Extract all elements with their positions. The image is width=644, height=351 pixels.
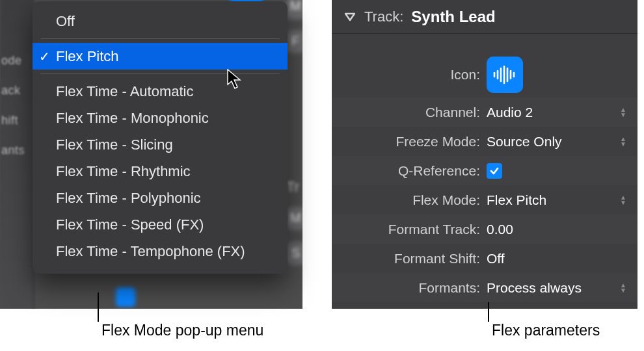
track-icon-button[interactable]	[487, 57, 523, 93]
q-reference-checkbox[interactable]	[487, 163, 502, 179]
param-label: Formants:	[332, 280, 487, 296]
param-label: Freeze Mode:	[332, 134, 487, 150]
menu-item-label: Flex Time - Slicing	[56, 136, 173, 153]
stepper-icon[interactable]: ▲▼	[618, 136, 628, 147]
callout-label-right: Flex parameters	[492, 322, 600, 339]
param-label: Formant Shift:	[332, 251, 487, 266]
menu-separator	[40, 73, 280, 74]
param-label: Q-Reference:	[332, 163, 487, 179]
menu-item-label: Flex Time - Tempophone (FX)	[56, 243, 245, 260]
param-value-freeze-mode[interactable]: Source Only ▲▼	[487, 134, 637, 150]
inspector-header-label: Track:	[364, 8, 403, 25]
menu-item-ft-rhythmic[interactable]: Flex Time - Rhythmic	[33, 158, 288, 185]
bg-text: S	[291, 246, 300, 261]
menu-item-ft-tempophone[interactable]: Flex Time - Tempophone (FX)	[33, 238, 288, 265]
bg-text: ode	[0, 46, 34, 75]
bg-text: ants	[0, 135, 34, 165]
track-inspector: Track: Synth Lead Icon:	[332, 0, 637, 309]
menu-item-label: Flex Time - Rhythmic	[56, 163, 191, 180]
param-row-icon: Icon:	[332, 52, 637, 98]
param-label: Channel:	[332, 105, 487, 120]
param-value-formant-shift[interactable]: Off	[487, 251, 637, 266]
bg-text: Tr	[286, 179, 299, 196]
menu-item-ft-automatic[interactable]: Flex Time - Automatic	[33, 78, 288, 105]
param-row-formant-shift: Formant Shift: Off	[332, 244, 637, 273]
callout-line	[98, 292, 99, 322]
menu-item-off[interactable]: Off	[33, 8, 288, 34]
callout-label-left: Flex Mode pop-up menu	[101, 322, 263, 339]
param-row-formants: Formants: Process always ▲▼	[332, 273, 637, 302]
param-row-freeze-mode: Freeze Mode: Source Only ▲▼	[332, 127, 637, 156]
param-value-channel[interactable]: Audio 2 ▲▼	[487, 105, 637, 120]
param-value-flex-mode[interactable]: Flex Pitch ▲▼	[487, 192, 637, 208]
menu-item-label: Flex Time - Polyphonic	[56, 190, 201, 207]
menu-item-ft-polyphonic[interactable]: Flex Time - Polyphonic	[33, 185, 288, 211]
menu-item-ft-speed[interactable]: Flex Time - Speed (FX)	[33, 211, 288, 238]
inspector-header-value: Synth Lead	[411, 8, 495, 26]
param-row-formant-track: Formant Track: 0.00	[332, 214, 637, 244]
callout-line	[488, 302, 489, 322]
param-value-formants[interactable]: Process always ▲▼	[487, 280, 637, 296]
bg-text: F	[291, 34, 299, 49]
menu-item-label: Flex Time - Automatic	[56, 83, 194, 100]
stepper-icon[interactable]: ▲▼	[618, 195, 628, 205]
flex-mode-popup[interactable]: Off ✓ Flex Pitch Flex Time - Automatic F…	[33, 1, 288, 274]
bg-text: ack	[0, 75, 34, 105]
menu-item-ft-slicing[interactable]: Flex Time - Slicing	[33, 131, 288, 158]
menu-item-label: Flex Pitch	[56, 48, 119, 65]
checkmark-icon: ✓	[39, 49, 50, 64]
checkmark-icon	[489, 166, 500, 176]
stepper-icon[interactable]: ▲▼	[618, 107, 628, 118]
stepper-icon[interactable]: ▲▼	[618, 283, 628, 293]
disclosure-triangle-icon[interactable]	[343, 10, 356, 23]
menu-separator	[40, 38, 280, 39]
menu-item-label: Off	[56, 13, 75, 30]
bg-text: hift	[0, 105, 34, 135]
menu-item-ft-monophonic[interactable]: Flex Time - Monophonic	[33, 105, 288, 131]
param-row-flex-mode: Flex Mode: Flex Pitch ▲▼	[332, 185, 637, 214]
menu-item-label: Flex Time - Monophonic	[56, 110, 209, 127]
bg-text: M	[290, 211, 301, 226]
param-label: Icon:	[332, 67, 487, 83]
menu-item-label: Flex Time - Speed (FX)	[56, 216, 204, 233]
param-value-formant-track[interactable]: 0.00	[487, 222, 637, 237]
waveform-icon	[492, 65, 518, 84]
param-row-q-reference: Q-Reference:	[332, 156, 637, 185]
param-label: Flex Mode:	[332, 192, 487, 208]
param-row-channel: Channel: Audio 2 ▲▼	[332, 98, 637, 127]
param-label: Formant Track:	[332, 222, 487, 237]
menu-item-flex-pitch[interactable]: ✓ Flex Pitch	[33, 43, 288, 70]
inspector-header[interactable]: Track: Synth Lead	[332, 0, 637, 34]
bg-text: M	[290, 0, 301, 14]
